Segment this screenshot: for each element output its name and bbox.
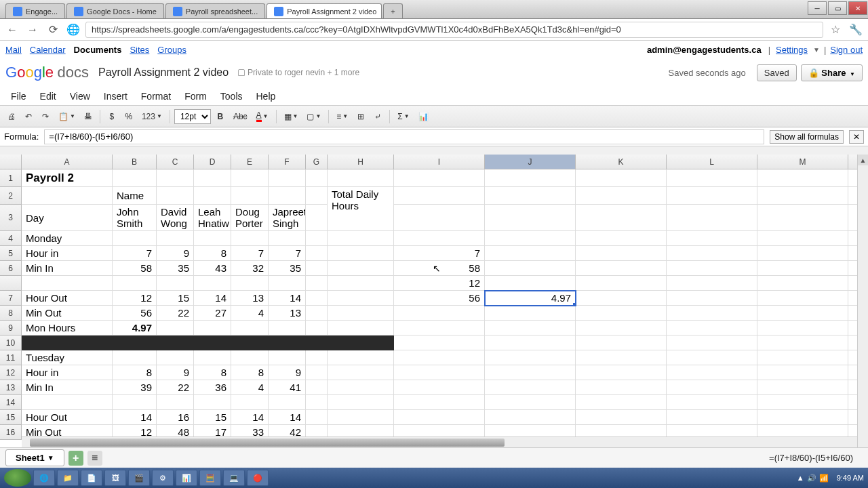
cell[interactable]: Name: [113, 187, 157, 205]
print-button[interactable]: 🖨: [4, 109, 19, 124]
cell[interactable]: Min Out: [22, 306, 113, 321]
cell[interactable]: Min In: [22, 380, 113, 395]
cell[interactable]: [194, 321, 231, 336]
menu-form[interactable]: Form: [178, 88, 214, 104]
cell[interactable]: [757, 231, 848, 246]
cell[interactable]: [306, 306, 328, 321]
tray-icon[interactable]: ▲: [797, 474, 804, 482]
menu-insert[interactable]: Insert: [97, 88, 134, 104]
appbar-link-calendar[interactable]: Calendar: [30, 45, 66, 55]
cell[interactable]: [328, 321, 394, 336]
cell[interactable]: Payroll 2: [22, 169, 113, 187]
appbar-link-documents[interactable]: Documents: [74, 45, 122, 55]
cell[interactable]: 35: [157, 261, 194, 276]
cell[interactable]: 43: [194, 261, 231, 276]
row-header[interactable]: 16: [0, 425, 22, 440]
cell[interactable]: 27: [194, 306, 231, 321]
cell[interactable]: [194, 395, 231, 410]
cell[interactable]: [306, 336, 328, 350]
cell[interactable]: [757, 321, 848, 336]
cell[interactable]: [194, 336, 231, 350]
cell[interactable]: [306, 291, 328, 306]
appbar-link-sites[interactable]: Sites: [130, 45, 149, 55]
cell[interactable]: Min In: [22, 261, 113, 276]
cell[interactable]: [231, 276, 269, 291]
row-header[interactable]: 10: [0, 336, 22, 350]
print2-button[interactable]: 🖶: [81, 109, 96, 124]
cell[interactable]: [194, 276, 231, 291]
cell[interactable]: 15: [157, 291, 194, 306]
cell[interactable]: [576, 205, 667, 231]
sheet-tab[interactable]: Sheet1 ▼: [5, 449, 64, 466]
cell[interactable]: [328, 410, 394, 425]
browser-tab[interactable]: Engage...: [5, 3, 65, 18]
cell[interactable]: [667, 410, 757, 425]
cell[interactable]: [306, 261, 328, 276]
cell[interactable]: [306, 365, 328, 380]
cell[interactable]: [576, 187, 667, 205]
row-header[interactable]: [0, 276, 22, 291]
cell[interactable]: 56: [113, 306, 157, 321]
cell[interactable]: 9: [269, 365, 306, 380]
saved-button[interactable]: Saved: [757, 64, 797, 81]
cell[interactable]: [328, 291, 394, 306]
task-icon[interactable]: 🔴: [247, 470, 269, 486]
number-format-button[interactable]: 123▼: [138, 109, 165, 124]
bold-button[interactable]: B: [213, 109, 228, 124]
text-color-button[interactable]: A▼: [253, 109, 272, 124]
task-icon[interactable]: ⚙: [152, 470, 174, 486]
cell[interactable]: [394, 350, 485, 365]
doc-title[interactable]: Payroll Assignment 2 video: [98, 66, 229, 79]
cell[interactable]: [576, 231, 667, 246]
start-button[interactable]: [4, 469, 31, 487]
cell[interactable]: 58: [113, 261, 157, 276]
col-header-J[interactable]: J: [485, 155, 576, 169]
cell[interactable]: Mon Hours: [22, 321, 113, 336]
col-header-H[interactable]: H: [328, 155, 394, 169]
cell[interactable]: [667, 321, 757, 336]
cell[interactable]: [667, 336, 757, 350]
cell[interactable]: [576, 291, 667, 306]
task-icon[interactable]: 📄: [81, 470, 102, 486]
cell[interactable]: [485, 187, 576, 205]
wrap-button[interactable]: ⤶: [370, 109, 385, 124]
cell[interactable]: 14: [194, 291, 231, 306]
scroll-up-icon[interactable]: ▲: [858, 155, 868, 165]
col-header-E[interactable]: E: [231, 155, 269, 169]
cell[interactable]: [394, 169, 485, 187]
close-formulas-button[interactable]: ✕: [849, 130, 864, 144]
cell[interactable]: [667, 276, 757, 291]
cell[interactable]: [194, 231, 231, 246]
cell[interactable]: [757, 291, 848, 306]
cell[interactable]: [394, 321, 485, 336]
cell[interactable]: [306, 246, 328, 261]
cell[interactable]: [576, 380, 667, 395]
row-header[interactable]: 3: [0, 205, 22, 231]
cell[interactable]: 15: [194, 410, 231, 425]
cell[interactable]: [328, 306, 394, 321]
cell[interactable]: [113, 395, 157, 410]
cell[interactable]: [269, 321, 306, 336]
cell[interactable]: 14: [113, 410, 157, 425]
cell[interactable]: [157, 231, 194, 246]
cell[interactable]: 36: [194, 380, 231, 395]
functions-button[interactable]: Σ▼: [394, 109, 412, 124]
cell[interactable]: [576, 276, 667, 291]
appbar-link-groups[interactable]: Groups: [157, 45, 186, 55]
cell[interactable]: [667, 187, 757, 205]
cell[interactable]: [576, 169, 667, 187]
reload-button[interactable]: ⟳: [45, 22, 61, 38]
cell[interactable]: [485, 261, 576, 276]
cell[interactable]: [667, 350, 757, 365]
row-header[interactable]: 12: [0, 365, 22, 380]
cell[interactable]: [394, 205, 485, 231]
cell[interactable]: [157, 336, 194, 350]
minimize-button[interactable]: ─: [808, 1, 827, 15]
cell[interactable]: [306, 321, 328, 336]
cell[interactable]: [394, 365, 485, 380]
cell[interactable]: [576, 306, 667, 321]
col-header-B[interactable]: B: [113, 155, 157, 169]
cell[interactable]: [306, 276, 328, 291]
cell[interactable]: 9: [157, 246, 194, 261]
cell[interactable]: [485, 410, 576, 425]
